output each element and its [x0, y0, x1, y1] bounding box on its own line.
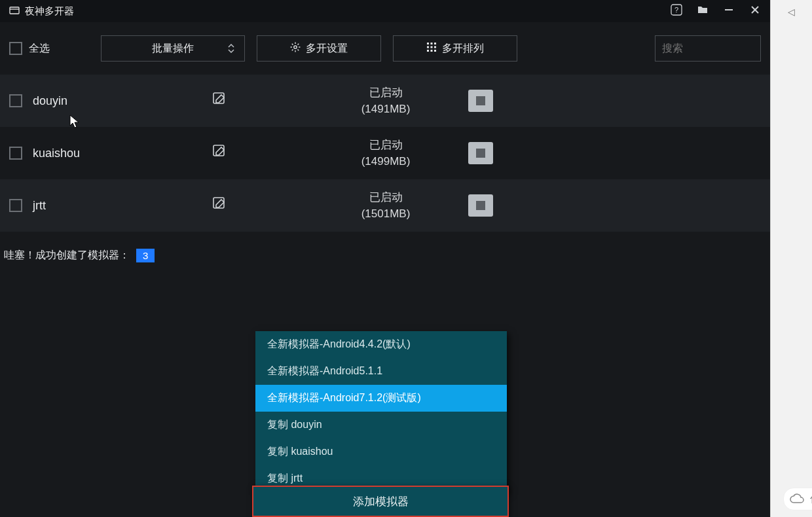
nav-left-icon[interactable]: ◁	[788, 7, 795, 17]
svg-line-12	[292, 44, 293, 45]
svg-line-13	[298, 50, 299, 51]
memory-text: (1491MB)	[317, 101, 454, 118]
rename-button[interactable]	[212, 92, 317, 110]
watermark: 亿速云	[783, 488, 812, 510]
outer-strip: ◁	[770, 0, 812, 517]
emulator-row[interactable]: douyin 已启动 (1491MB)	[0, 75, 770, 127]
emulator-name: kuaishou	[33, 147, 80, 160]
svg-rect-0	[10, 7, 19, 14]
emulator-row[interactable]: kuaishou 已启动 (1499MB)	[0, 127, 770, 179]
batch-operations-dropdown[interactable]: 批量操作	[101, 35, 245, 62]
svg-rect-16	[427, 43, 429, 45]
row-checkbox[interactable]	[9, 199, 22, 212]
emulator-name: douyin	[33, 94, 67, 108]
stop-button[interactable]	[468, 194, 493, 217]
gear-icon	[290, 42, 301, 55]
app-icon	[9, 5, 20, 18]
cloud-icon	[789, 491, 805, 507]
select-all-checkbox[interactable]	[9, 42, 22, 55]
svg-rect-19	[427, 46, 429, 48]
status-text: 已启动	[317, 137, 454, 154]
svg-line-14	[298, 44, 299, 45]
help-icon[interactable]: ?	[671, 4, 682, 18]
svg-text:?: ?	[674, 6, 678, 14]
rename-button[interactable]	[212, 196, 317, 215]
success-count-badge: 3	[136, 249, 155, 262]
popup-menu-item[interactable]: 复制 douyin	[255, 412, 507, 438]
status-text: 已启动	[317, 189, 454, 206]
stop-icon	[476, 201, 485, 210]
emulator-name: jrtt	[33, 199, 46, 213]
add-emulator-popup: 全新模拟器-Android4.4.2(默认)全新模拟器-Android5.1.1…	[255, 331, 507, 492]
add-emulator-label: 添加模拟器	[353, 494, 409, 509]
popup-menu-item[interactable]: 全新模拟器-Android7.1.2(测试版)	[255, 385, 507, 412]
status-text: 已启动	[317, 84, 454, 101]
multi-settings-label: 多开设置	[306, 42, 348, 56]
success-text: 哇塞！成功创建了模拟器：	[4, 249, 130, 262]
stop-icon	[476, 96, 485, 105]
stop-button[interactable]	[468, 90, 493, 112]
rename-button[interactable]	[212, 144, 317, 162]
svg-point-7	[294, 46, 297, 48]
memory-text: (1499MB)	[317, 153, 454, 170]
svg-rect-24	[434, 50, 436, 52]
titlebar: 夜神多开器 ?	[0, 0, 770, 22]
memory-text: (1501MB)	[317, 205, 454, 223]
chevron-updown-icon	[227, 44, 235, 53]
multi-arrange-button[interactable]: 多开排列	[393, 35, 517, 62]
popup-menu-item[interactable]: 全新模拟器-Android4.4.2(默认)	[255, 331, 507, 358]
select-all[interactable]: 全选	[9, 42, 50, 56]
batch-operations-label: 批量操作	[152, 42, 194, 56]
stop-icon	[476, 149, 485, 158]
multi-settings-button[interactable]: 多开设置	[257, 35, 381, 62]
app-title: 夜神多开器	[25, 5, 74, 18]
svg-rect-20	[431, 46, 433, 48]
app-window: 夜神多开器 ? 全选 批量操作	[0, 0, 770, 517]
svg-rect-21	[434, 46, 436, 48]
popup-menu-item[interactable]: 全新模拟器-Android5.1.1	[255, 358, 507, 385]
toolbar: 全选 批量操作 多开设置 多开排列	[0, 22, 770, 75]
emulator-status: 已启动 (1501MB)	[317, 189, 454, 223]
emulator-status: 已启动 (1499MB)	[317, 137, 454, 170]
svg-rect-23	[431, 50, 433, 52]
svg-rect-18	[434, 43, 436, 45]
success-message: 哇塞！成功创建了模拟器： 3	[0, 232, 770, 279]
svg-rect-22	[427, 50, 429, 52]
emulator-status: 已启动 (1491MB)	[317, 84, 454, 118]
grid-icon	[426, 42, 437, 55]
minimize-icon[interactable]	[723, 4, 735, 18]
search-box[interactable]	[655, 35, 761, 62]
row-checkbox[interactable]	[9, 147, 22, 160]
add-emulator-button[interactable]: 添加模拟器	[252, 486, 509, 517]
emulator-row[interactable]: jrtt 已启动 (1501MB)	[0, 179, 770, 232]
svg-line-15	[292, 50, 293, 51]
svg-rect-17	[431, 43, 433, 45]
row-checkbox[interactable]	[9, 94, 22, 107]
folder-icon[interactable]	[697, 4, 709, 18]
stop-button[interactable]	[468, 142, 493, 164]
popup-menu-item[interactable]: 复制 kuaishou	[255, 438, 507, 465]
select-all-label: 全选	[29, 42, 50, 56]
multi-arrange-label: 多开排列	[442, 42, 484, 56]
close-icon[interactable]	[749, 4, 761, 18]
emulator-list: douyin 已启动 (1491MB) kuaishou 已启动 (1499MB…	[0, 75, 770, 232]
mouse-cursor-icon	[69, 115, 80, 129]
